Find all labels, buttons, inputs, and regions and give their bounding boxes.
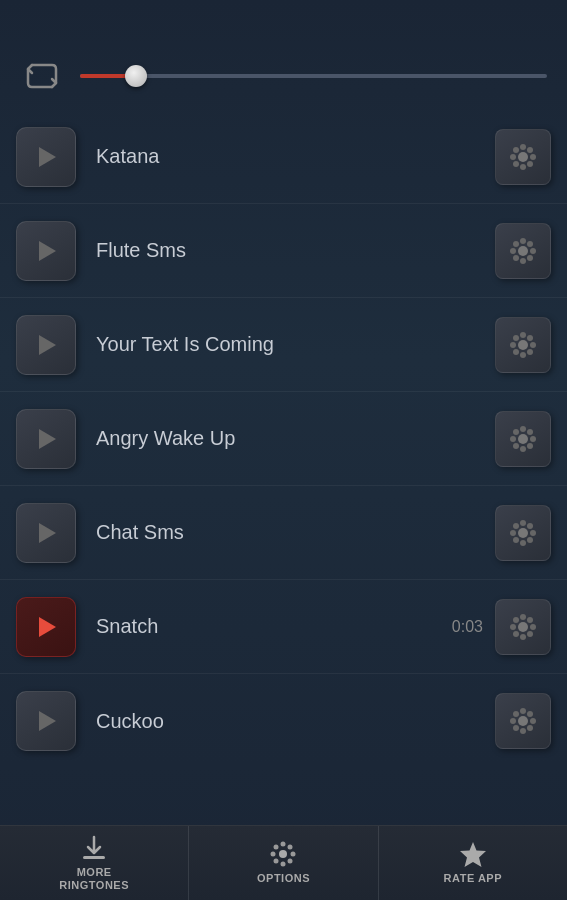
volume-slider[interactable] (80, 66, 547, 86)
play-button[interactable] (16, 503, 76, 563)
svg-point-61 (513, 725, 519, 731)
play-triangle (39, 429, 56, 449)
ringtone-name: Cuckoo (76, 710, 495, 733)
ringtone-name: Flute Sms (76, 239, 495, 262)
download-icon (80, 834, 108, 862)
svg-point-0 (518, 152, 528, 162)
svg-point-65 (281, 842, 286, 847)
svg-point-37 (520, 520, 526, 526)
bottom-btn-options[interactable]: OPTIONS (189, 826, 378, 900)
svg-point-42 (527, 537, 533, 543)
slider-thumb[interactable] (125, 65, 147, 87)
svg-point-21 (510, 342, 516, 348)
svg-point-39 (510, 530, 516, 536)
play-triangle (39, 147, 56, 167)
settings-button[interactable] (495, 505, 551, 561)
bottom-btn-label: MORERINGTONES (59, 866, 129, 892)
list-item: Snatch0:03 (0, 580, 567, 674)
svg-point-66 (281, 862, 286, 867)
ringtone-list: Katana Flute Sms Your Text Is Coming (0, 110, 567, 768)
svg-point-31 (530, 436, 536, 442)
svg-point-59 (513, 711, 519, 717)
svg-point-12 (510, 248, 516, 254)
svg-point-33 (527, 443, 533, 449)
ringtone-name: Chat Sms (76, 521, 495, 544)
list-item: Flute Sms (0, 204, 567, 298)
svg-point-3 (510, 154, 516, 160)
svg-point-43 (513, 537, 519, 543)
svg-point-15 (527, 255, 533, 261)
ringtone-name: Your Text Is Coming (76, 333, 495, 356)
svg-point-14 (513, 241, 519, 247)
svg-point-11 (520, 258, 526, 264)
settings-button[interactable] (495, 317, 551, 373)
svg-point-28 (520, 426, 526, 432)
play-button[interactable] (16, 691, 76, 751)
bottom-btn-more[interactable]: MORERINGTONES (0, 826, 189, 900)
svg-point-69 (274, 845, 279, 850)
svg-point-53 (527, 617, 533, 623)
svg-point-8 (527, 147, 533, 153)
list-item: Cuckoo (0, 674, 567, 768)
play-button[interactable] (16, 221, 76, 281)
gear-icon (269, 840, 297, 868)
svg-point-32 (513, 429, 519, 435)
play-button[interactable] (16, 127, 76, 187)
svg-point-57 (510, 718, 516, 724)
settings-button[interactable] (495, 599, 551, 655)
svg-point-23 (513, 335, 519, 341)
play-triangle (39, 523, 56, 543)
svg-point-71 (274, 859, 279, 864)
svg-point-68 (291, 852, 296, 857)
svg-point-35 (527, 429, 533, 435)
svg-point-62 (527, 711, 533, 717)
svg-point-29 (520, 446, 526, 452)
list-item: Katana (0, 110, 567, 204)
bottom-btn-rate[interactable]: RATE APP (379, 826, 567, 900)
svg-point-30 (510, 436, 516, 442)
ringtone-name: Katana (76, 145, 495, 168)
svg-point-22 (530, 342, 536, 348)
list-item: Your Text Is Coming (0, 298, 567, 392)
svg-point-9 (518, 246, 528, 256)
play-button[interactable] (16, 315, 76, 375)
svg-point-54 (518, 716, 528, 726)
play-triangle (39, 335, 56, 355)
repeat-icon[interactable] (20, 58, 64, 94)
svg-point-19 (520, 332, 526, 338)
svg-point-50 (513, 617, 519, 623)
svg-point-58 (530, 718, 536, 724)
controls-row (0, 50, 567, 110)
svg-point-27 (518, 434, 528, 444)
svg-point-36 (518, 528, 528, 538)
bottom-bar: MORERINGTONES OPTIONS RATE APP (0, 825, 567, 900)
svg-point-52 (513, 631, 519, 637)
svg-point-24 (527, 349, 533, 355)
svg-point-60 (527, 725, 533, 731)
settings-button[interactable] (495, 223, 551, 279)
play-triangle (39, 617, 56, 637)
svg-point-16 (513, 255, 519, 261)
svg-point-20 (520, 352, 526, 358)
svg-marker-73 (460, 842, 486, 867)
svg-rect-63 (83, 856, 105, 859)
play-button[interactable] (16, 597, 76, 657)
svg-point-38 (520, 540, 526, 546)
svg-point-45 (518, 622, 528, 632)
settings-button[interactable] (495, 411, 551, 467)
svg-point-41 (513, 523, 519, 529)
settings-button[interactable] (495, 129, 551, 185)
svg-point-48 (510, 624, 516, 630)
star-icon (459, 840, 487, 868)
play-button[interactable] (16, 409, 76, 469)
svg-point-5 (513, 147, 519, 153)
svg-point-46 (520, 614, 526, 620)
svg-point-72 (288, 845, 293, 850)
settings-button[interactable] (495, 693, 551, 749)
list-item: Angry Wake Up (0, 392, 567, 486)
svg-point-13 (530, 248, 536, 254)
svg-point-18 (518, 340, 528, 350)
list-item: Chat Sms (0, 486, 567, 580)
bottom-btn-label: OPTIONS (257, 872, 310, 885)
slider-track (80, 74, 547, 78)
